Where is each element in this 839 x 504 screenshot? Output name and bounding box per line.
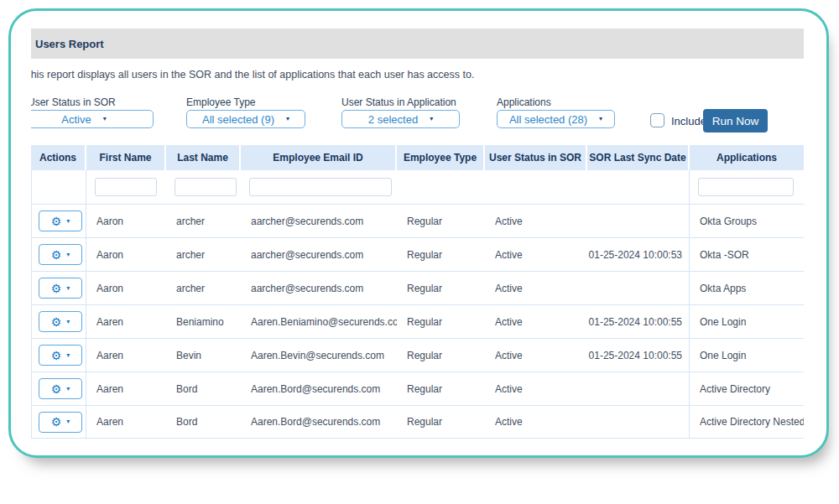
filter-dropdown-user-status-in-application[interactable]: 2 selected▾ [341,110,460,128]
row-actions-button[interactable]: ⚙▾ [39,278,82,299]
chevron-down-icon: ▾ [66,319,70,325]
filter-label-employee-type: Employee Type [186,96,256,108]
chevron-down-icon: ▾ [66,352,70,359]
column-header-employee-type: Employee Type [397,145,485,170]
cell-email: aarcher@securends.com [241,272,397,304]
cell-sor-last-sync-date [587,272,690,304]
cell-first-name: Aaren [86,372,166,405]
cell-email: aarcher@securends.com [241,205,397,237]
cell-last-name: Bord [166,406,241,438]
cell-last-name: archer [166,238,241,271]
gear-icon: ⚙ [51,216,62,227]
gear-icon: ⚙ [51,350,62,361]
chevron-down-icon: ▾ [66,218,70,225]
filter-dropdown-applications[interactable]: All selected (28)▾ [497,110,615,128]
cell-employee-type: Regular [397,339,485,372]
report-description: This report displays all users in the SO… [31,69,474,81]
cell-employee-type: Regular [397,372,485,405]
cell-user-status: Active [485,372,587,405]
gear-icon: ⚙ [51,316,62,328]
chevron-down-icon: ▾ [430,116,433,122]
cell-user-status: Active [485,205,587,237]
cell-applications: Okta -SOR [690,238,804,271]
filter-label-user-status-in-application: User Status in Application [341,96,456,108]
filter-cell-applications [690,170,804,204]
cell-user-status: Active [485,406,587,438]
filter-input-last-name[interactable] [175,178,237,196]
actions-cell: ⚙▾ [31,305,86,338]
actions-cell: ⚙▾ [31,272,86,304]
table-row: ⚙▾Aaronarcheraarcher@securends.comRegula… [31,204,804,237]
filter-value: 2 selected [368,113,418,126]
run-now-button[interactable]: Run Now [703,109,768,132]
column-header-employee-email-id: Employee Email ID [241,145,397,170]
actions-cell: ⚙▾ [31,238,86,271]
cell-last-name: Bord [166,372,241,405]
actions-cell: ⚙▾ [31,339,86,372]
gear-icon: ⚙ [51,383,62,395]
cell-sor-last-sync-date [587,406,690,438]
gear-icon: ⚙ [51,416,62,428]
cell-applications: One Login [690,339,804,372]
filter-dropdown-employee-type[interactable]: All selected (9)▾ [186,110,305,128]
row-actions-button[interactable]: ⚙▾ [39,412,82,433]
cell-sor-last-sync-date: 01-25-2024 10:00:55 [587,305,690,338]
cell-user-status: Active [485,238,587,271]
filter-input-first-name[interactable] [95,178,157,196]
table-row: ⚙▾AarenBevinAaren.Bevin@securends.comReg… [31,338,804,372]
filter-value: Active [61,113,91,126]
cell-email: Aaren.Bord@securends.com [241,406,397,438]
cell-applications: Okta Groups [690,205,804,237]
filter-value: All selected (9) [202,113,274,126]
row-actions-button[interactable]: ⚙▾ [39,210,82,231]
filter-value: All selected (28) [509,113,587,126]
cell-first-name: Aaron [86,205,166,237]
cell-user-status: Active [485,305,587,338]
cell-user-status: Active [485,339,587,372]
column-header-user-status-in-sor: User Status in SOR [485,145,587,170]
users-table: ActionsFirst NameLast NameEmployee Email… [31,145,804,439]
filter-cell-user-status-in-sor [485,170,587,204]
report-card: Users Report This report displays all us… [8,8,829,458]
table-row: ⚙▾AarenBeniaminoAaren.Beniamino@securend… [31,304,804,338]
table-header-row: ActionsFirst NameLast NameEmployee Email… [31,145,804,170]
column-header-last-name: Last Name [166,145,241,170]
chevron-down-icon: ▾ [599,116,602,122]
cell-employee-type: Regular [397,406,485,438]
row-actions-button[interactable]: ⚙▾ [39,378,82,399]
cell-email: aarcher@securends.com [241,238,397,271]
cell-user-status: Active [485,272,587,304]
table-row: ⚙▾Aaronarcheraarcher@securends.comRegula… [31,271,804,304]
filter-input-applications[interactable] [698,178,794,196]
row-actions-button[interactable]: ⚙▾ [39,345,82,366]
table-row: ⚙▾Aaronarcheraarcher@securends.comRegula… [31,237,804,271]
cell-sor-last-sync-date: 01-25-2024 10:00:55 [587,339,690,372]
row-actions-button[interactable]: ⚙▾ [39,244,82,265]
chevron-down-icon: ▾ [66,386,70,392]
include-checkbox[interactable] [650,113,664,127]
column-header-applications: Applications [690,145,804,170]
chevron-down-icon: ▾ [66,418,70,425]
table-body: ⚙▾Aaronarcheraarcher@securends.comRegula… [31,204,804,439]
filter-cell-first-name [86,170,166,204]
table-row: ⚙▾AarenBordAaren.Bord@securends.comRegul… [31,405,804,439]
row-actions-button[interactable]: ⚙▾ [39,311,82,332]
cell-first-name: Aaron [86,272,166,304]
gear-icon: ⚙ [51,249,62,261]
cell-applications: One Login [690,305,804,338]
cell-applications: Active Directory Nested [690,406,804,438]
filter-cell-employee-type [397,170,485,204]
page-title: Users Report [35,38,104,50]
chevron-down-icon: ▾ [286,116,289,122]
actions-cell: ⚙▾ [31,406,86,438]
filter-cell-actions [31,170,86,204]
chevron-down-icon: ▾ [66,252,70,258]
filter-cell-sor-last-sync-date [587,170,690,204]
actions-cell: ⚙▾ [31,205,86,237]
cell-sor-last-sync-date [587,205,690,237]
cell-email: Aaren.Beniamino@securends.com [241,305,397,338]
cell-last-name: archer [166,205,241,237]
filter-input-employee-email-id[interactable] [249,178,392,196]
filter-dropdown-user-status-in-sor[interactable]: Active▾ [31,110,154,128]
cell-applications: Active Directory [690,372,804,405]
